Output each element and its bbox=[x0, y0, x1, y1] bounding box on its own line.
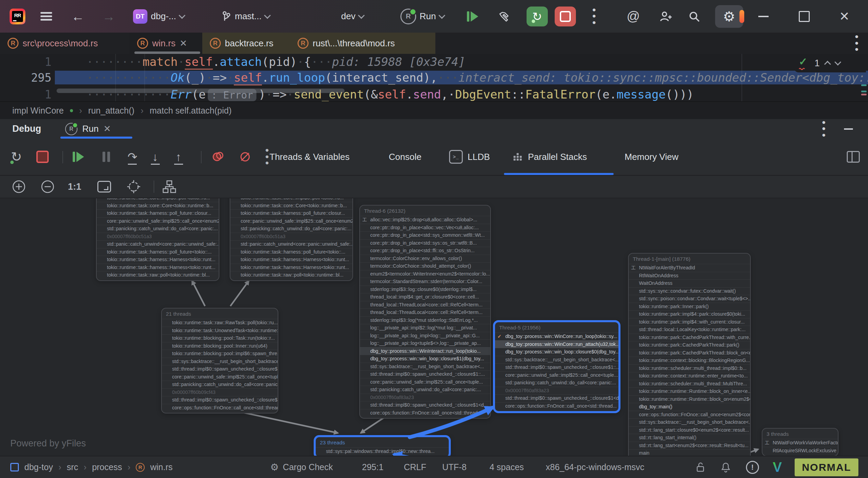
stop-button[interactable] bbox=[555, 0, 576, 33]
stack-frame[interactable]: core::ptr::drop_in_place<alloc::vec::Vec… bbox=[360, 224, 490, 232]
line-ending-widget[interactable]: CRLF bbox=[404, 456, 426, 478]
pause-button[interactable] bbox=[101, 139, 111, 175]
stack-frame[interactable]: tokio::runtime::task::core::Core<tokio::… bbox=[230, 202, 352, 210]
stack-frame[interactable]: std::rt::lang_start::closure$0<enum2$<co… bbox=[629, 426, 750, 434]
zoom-out-button[interactable] bbox=[40, 176, 55, 198]
stack-frame[interactable]: termcolor::ColorChoice::env_allows_color… bbox=[360, 255, 490, 263]
thread-box-thread-6[interactable]: Thread-6 (26132)工alloc::vec::impl$25::dr… bbox=[359, 205, 491, 419]
env-selector[interactable]: dev bbox=[341, 0, 364, 33]
crumb-src[interactable]: src bbox=[67, 462, 78, 472]
step-out-button[interactable]: ↑ bbox=[176, 139, 181, 175]
stack-frame[interactable]: std::panicking::catch_unwind::do_call<co… bbox=[162, 381, 278, 388]
stack-frame[interactable]: tokio::runtime::task::core::impl$5::poll… bbox=[230, 198, 352, 202]
stack-frame[interactable]: core::panic::unwind_safe::impl$25::call_… bbox=[360, 378, 490, 386]
stack-frame[interactable]: tokio::runtime::context::blocking::Block… bbox=[629, 357, 750, 364]
stack-frame[interactable]: std::thread::impl$0::spawn_unchecked_::c… bbox=[495, 363, 618, 371]
stack-frame[interactable]: stderrlog::impl$3::log::closure$0(stderr… bbox=[360, 285, 490, 293]
rerun-debug-button[interactable]: ↻ bbox=[527, 0, 548, 33]
tab-lldb[interactable]: >_ LLDB bbox=[449, 139, 490, 175]
stack-frame[interactable]: tokio::runtime::task::harness::Harness<t… bbox=[97, 256, 219, 264]
minimize-button[interactable] bbox=[758, 0, 769, 33]
stack-frame[interactable]: main bbox=[629, 449, 750, 456]
stack-frame[interactable]: log::__private_api::log_impl<log::__priv… bbox=[360, 332, 490, 340]
editor-line[interactable]: 295············Ok(_)·=>·self.run_loop(in… bbox=[0, 70, 868, 85]
stack-frame[interactable]: tokio::runtime::context::runtime::enter_… bbox=[629, 372, 750, 380]
stack-frame[interactable]: dbg_toy::process::win::win_loop::closure… bbox=[495, 348, 618, 356]
stack-frame[interactable]: thread_local::ThreadLocal<core::cell::Re… bbox=[360, 308, 490, 316]
stack-frame[interactable]: std::sys::backtrace::__rust_begin_short_… bbox=[495, 356, 618, 364]
stack-frame[interactable]: tokio::runtime::task::core::impl$5::poll… bbox=[97, 198, 219, 202]
next-problem-icon[interactable] bbox=[834, 59, 841, 66]
stack-frame[interactable]: std::panic::catch_unwind<core::panic::un… bbox=[230, 240, 352, 248]
run-config-selector[interactable]: R Run bbox=[400, 0, 444, 33]
caret-position-widget[interactable]: 295:1 bbox=[362, 456, 384, 478]
stack-frame[interactable]: tokio::runtime::task::raw::poll<tokio::r… bbox=[230, 271, 352, 279]
stack-frame[interactable]: std::sys::pal::windows::thread::impl$0::… bbox=[316, 447, 449, 455]
breadcrumb-item[interactable]: run_attach() bbox=[88, 106, 134, 116]
crumb-process[interactable]: process bbox=[92, 462, 122, 472]
stack-frame[interactable]: thread_local::ThreadLocal<core::cell::Re… bbox=[360, 301, 490, 309]
thread-box-task-box-2[interactable]: tokio::runtime::task::core::impl$5::poll… bbox=[230, 198, 353, 281]
stack-frame[interactable]: std::thread::impl$0::spawn_unchecked_::c… bbox=[162, 396, 278, 404]
indent-widget[interactable]: 4 spaces bbox=[490, 456, 524, 478]
stack-frame[interactable]: tokio::runtime::task::harness::Harness<t… bbox=[230, 256, 352, 264]
vim-mode-badge[interactable]: NORMAL bbox=[795, 458, 858, 476]
stack-frame[interactable]: 0x00007ff60af83a23 bbox=[495, 387, 618, 395]
stack-frame[interactable]: std::thread::impl$0::spawn_unchecked_::c… bbox=[162, 365, 278, 373]
stack-frame[interactable]: std::rt::lang_start<enum2$<core::result:… bbox=[629, 442, 750, 450]
tab-backtrace-rs[interactable]: R backtrace.rs bbox=[202, 33, 290, 54]
stack-frame[interactable]: tokio::runtime::runtime::Runtime::block_… bbox=[629, 387, 750, 395]
stack-frame[interactable]: thread_local::impl$4::get_or::closure$0<… bbox=[360, 293, 490, 301]
stack-frame[interactable]: core::panic::unwind_safe::impl$25::call_… bbox=[230, 217, 352, 225]
stack-frame[interactable]: core::panic::unwind_safe::impl$25::call_… bbox=[162, 373, 278, 381]
code-with-me-button[interactable] bbox=[658, 0, 672, 33]
forward-button[interactable]: → bbox=[102, 0, 115, 33]
thread-box-thread-1-main[interactable]: Thread-1-[main] (18776)工NtWaitForAlertBy… bbox=[628, 253, 751, 456]
tab-console[interactable]: Console bbox=[389, 139, 421, 175]
stack-frame[interactable]: 0x00007ff60b0c51a3 bbox=[230, 233, 352, 241]
crumb-project[interactable]: dbg-toy bbox=[24, 462, 53, 472]
stack-frame[interactable]: termcolor::ColorChoice::should_attempt_c… bbox=[360, 262, 490, 270]
step-into-button[interactable]: ↓ bbox=[152, 139, 158, 175]
vcs-branch-widget[interactable]: mast... bbox=[221, 0, 270, 33]
breadcrumb-item[interactable]: match self.attach(pid) bbox=[149, 106, 231, 116]
parallel-stacks-canvas[interactable]: tokio::runtime::task::core::impl$5::poll… bbox=[0, 198, 868, 456]
hide-panel-button[interactable] bbox=[844, 119, 853, 139]
stack-frame[interactable]: tokio::runtime::park::CachedParkThread::… bbox=[629, 341, 750, 349]
editor-line[interactable]: 1········match·self.attach(pid)·{···pid:… bbox=[0, 54, 868, 70]
target-widget[interactable]: x86_64-pc-windows-msvc bbox=[546, 456, 644, 478]
stack-frame[interactable]: tokio::runtime::scheduler::multi_thread:… bbox=[629, 380, 750, 388]
thread-box-threads-3[interactable]: 3 threads工NtWaitForWorkViaWorkerFactoryR… bbox=[762, 428, 839, 456]
stack-frame[interactable]: std::rt::lang_start_internal() bbox=[629, 434, 750, 442]
tab-memory-view[interactable]: Memory View bbox=[625, 139, 678, 175]
stack-frame[interactable]: std::thread::impl$0::spawn_unchecked_::c… bbox=[495, 394, 618, 402]
stack-frame[interactable]: tokio::runtime::park::CachedParkThread::… bbox=[629, 334, 750, 341]
stack-frame[interactable]: core::ops::function::FnOnce::call_once<s… bbox=[360, 409, 490, 417]
resume-button[interactable] bbox=[73, 139, 84, 175]
stack-frame[interactable]: core::ptr::drop_in_place<std::ffi::os_st… bbox=[360, 247, 490, 255]
breadcrumb-item[interactable]: impl WinCore bbox=[12, 106, 64, 116]
stack-frame[interactable]: tokio::runtime::blocking::pool::impl$6::… bbox=[162, 350, 278, 358]
stack-frame[interactable]: core::ops::function::FnOnce::call_once<e… bbox=[629, 411, 750, 419]
code-editor[interactable]: 1········match·self.attach(pid)·{···pid:… bbox=[0, 54, 868, 101]
stop-debug-button[interactable] bbox=[36, 139, 49, 175]
ideavim-button[interactable]: V bbox=[773, 456, 782, 478]
stack-frame[interactable]: std::thread::local::LocalKey<tokio::runt… bbox=[629, 326, 750, 334]
search-everywhere-button[interactable] bbox=[688, 0, 701, 33]
stack-frame[interactable]: core::ptr::drop_in_place<std::sys::os_st… bbox=[360, 239, 490, 247]
stack-frame[interactable]: 0x00007ff60b09cf43 bbox=[162, 388, 278, 396]
encoding-widget[interactable]: UTF-8 bbox=[442, 456, 467, 478]
stack-frame[interactable]: std::panicking::catch_unwind::do_call<co… bbox=[360, 386, 490, 394]
stack-frame[interactable]: RtlAcquireSRWLockExclusive bbox=[762, 447, 838, 455]
notifications-button[interactable] bbox=[721, 456, 731, 478]
stack-frame[interactable]: tokio::runtime::task::core::Core<tokio::… bbox=[97, 202, 219, 210]
stack-frame[interactable]: core::ptr::drop_in_place<std::sys_common… bbox=[360, 231, 490, 239]
editor-line[interactable]: 1············Err(e: Error)·=>·send_event… bbox=[0, 85, 868, 101]
stack-frame[interactable]: tokio::runtime::task::harness::poll_futu… bbox=[97, 209, 219, 217]
settings-button[interactable]: ⚙ bbox=[715, 0, 743, 33]
prev-problem-icon[interactable] bbox=[824, 61, 831, 68]
stack-frame[interactable]: tokio::runtime::park::CachedParkThread::… bbox=[629, 349, 750, 357]
stack-frame[interactable]: 0x00007ff60b0c51a3 bbox=[97, 233, 219, 241]
stack-frame[interactable]: dbg_toy::process::win::WinCore::run_atta… bbox=[495, 340, 618, 348]
stack-frame[interactable]: tokio::runtime::park::impl$4::park::clos… bbox=[629, 310, 750, 318]
